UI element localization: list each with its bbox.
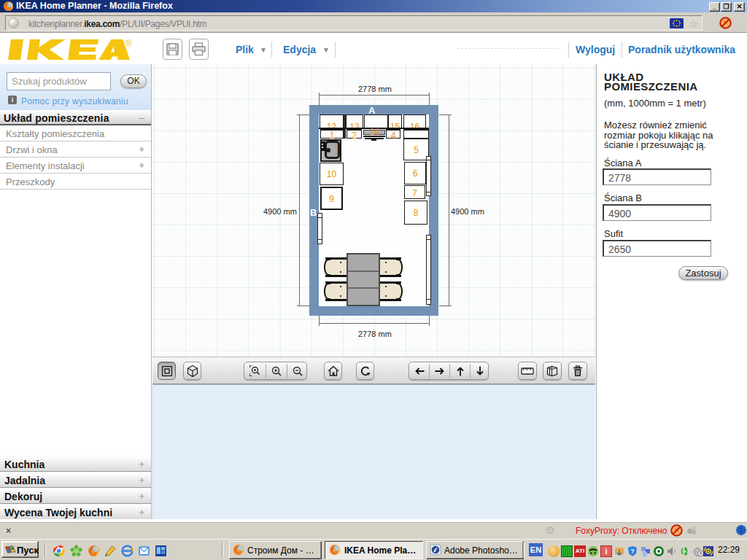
- svg-text:?: ?: [630, 548, 635, 555]
